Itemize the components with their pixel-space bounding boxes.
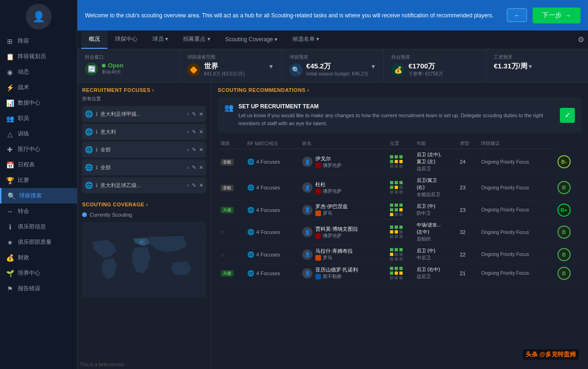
- focus-delete-1[interactable]: ✕: [199, 111, 203, 117]
- sidebar-item-label: 转会: [18, 207, 29, 215]
- cell-age: 24: [457, 149, 479, 175]
- cell-status: 兴趣: [218, 264, 244, 283]
- wage-dropdown[interactable]: ▼: [527, 63, 533, 70]
- pos-main2: (右): [417, 184, 454, 191]
- banner-text: Welcome to the club's scouting overview …: [85, 11, 501, 20]
- table-row[interactable]: 兴趣 🌐 4 Focuses 👤 亚历山德罗·扎诺利 那不勒斯: [218, 264, 581, 283]
- sidebar-item-data[interactable]: 📊 数据中心: [0, 95, 77, 111]
- player-name: 贾科莫·博纳文图拉: [315, 226, 358, 233]
- setup-desc: Let us know if you would like to make an…: [238, 112, 555, 127]
- player-club-name: 佛罗伦萨: [323, 233, 342, 239]
- focus-edit-2[interactable]: ✎: [192, 129, 196, 135]
- focus-delete-5[interactable]: ✕: [199, 182, 203, 188]
- sidebar-item-finance[interactable]: 💰 财政: [0, 250, 77, 265]
- setup-team-icon: 👥: [224, 103, 234, 112]
- sidebar-item-staff[interactable]: 👥 职员: [0, 111, 77, 126]
- sidebar-item-scouting[interactable]: 🔍 球探搜索: [0, 188, 77, 203]
- player-avatar: 👤: [302, 205, 313, 215]
- budget-value: €45.2万: [306, 62, 331, 71]
- focus-arrow-4[interactable]: ›: [187, 165, 189, 170]
- stat-sub-ss: €41.8万 (€3.5万/月): [204, 71, 274, 77]
- tab-overview[interactable]: 概况: [81, 30, 107, 49]
- next-label: 下一步: [542, 11, 562, 20]
- player-info: 杜杜 佛罗伦萨: [315, 181, 342, 195]
- cell-player[interactable]: 👤 亚历山德罗·扎诺利 那不勒斯: [299, 264, 387, 283]
- avatar-icon: 👤: [32, 11, 45, 23]
- tab-players[interactable]: 球员 ▾: [145, 30, 176, 49]
- cell-player[interactable]: 👤 杜杜 佛罗伦萨: [299, 175, 387, 201]
- focus-arrow-1[interactable]: ›: [187, 111, 189, 117]
- tab-scouting-coverage[interactable]: Scouting Coverage ▾: [218, 31, 285, 48]
- sidebar-item-club-info[interactable]: ℹ 俱乐部信息: [0, 219, 77, 234]
- player-avatar: 👤: [302, 249, 313, 260]
- sidebar: 👤 ⊞ 阵容 📋 阵容规划员 ◉ 动态 ⚡ 战术 📊 数据中心 👥 职员 △ 训…: [0, 0, 77, 369]
- focuses-globe-icon: 🌐: [247, 158, 254, 165]
- cell-player[interactable]: 👤 马拉什·库姆布拉 罗马: [299, 245, 387, 264]
- recommendations-table: 现状 RF MATCHES 姓名 位置 年龄 类型 球探建议 非欧 🌐 4 Fo…: [218, 138, 581, 283]
- type-text: Ongoing Priority Focus: [481, 271, 529, 276]
- focus-edit-3[interactable]: ✎: [192, 147, 196, 153]
- sidebar-item-medical[interactable]: ✚ 医疗中心: [0, 142, 77, 157]
- budget-dropdown[interactable]: ▼: [371, 63, 376, 70]
- focus-delete-3[interactable]: ✕: [199, 147, 203, 153]
- sidebar-item-label: 阵容规划员: [18, 53, 46, 60]
- sidebar-item-lineup[interactable]: ⊞ 阵容: [0, 33, 77, 49]
- settings-icon[interactable]: ⚙: [578, 35, 584, 44]
- sidebar-item-dynamics[interactable]: ◉ 动态: [0, 64, 77, 80]
- cell-player[interactable]: 👤 罗杰·伊巴涅兹 罗马: [299, 201, 387, 219]
- focuses-text: 4 Focuses: [256, 207, 280, 213]
- table-row[interactable]: 兴趣 🌐 4 Focuses 👤 罗杰·伊巴涅兹 罗马: [218, 201, 581, 219]
- sidebar-item-club-quality[interactable]: ★ 俱乐部部质量: [0, 234, 77, 250]
- focus-arrow-3[interactable]: ›: [187, 147, 189, 152]
- setup-confirm-button[interactable]: ✓: [560, 108, 575, 123]
- focuses-text: 4 Focuses: [256, 252, 280, 257]
- sidebar-item-label: 球探搜索: [19, 192, 42, 200]
- focus-delete-2[interactable]: ✕: [199, 129, 203, 135]
- table-row[interactable]: 非欧 🌐 4 Focuses 👤 杜杜 佛罗伦萨 后: [218, 175, 581, 201]
- focus-edit-4[interactable]: ✎: [192, 165, 196, 171]
- finance-icon: 💰: [6, 254, 14, 262]
- recommendations-header[interactable]: SCOUTING RECOMMENDATIONS ›: [218, 87, 581, 93]
- scout-rating: B: [557, 267, 571, 280]
- tab-scout-center[interactable]: 球探中心: [107, 30, 145, 49]
- cell-dots: [387, 149, 414, 175]
- focus-edit-1[interactable]: ✎: [192, 111, 196, 117]
- table-row[interactable]: ○ 🌐 4 Focuses 👤 马拉什·库姆布拉 罗马: [218, 245, 581, 264]
- tab-recruitment[interactable]: 招募重点 ▾: [176, 30, 217, 49]
- sidebar-item-schedule[interactable]: 📅 日程表: [0, 157, 77, 173]
- search-scope-dropdown[interactable]: ▼: [268, 63, 274, 70]
- sidebar-item-matches[interactable]: 🏆 比赛: [0, 173, 77, 188]
- cell-dots: [387, 175, 414, 201]
- focuses-text: 4 Focuses: [256, 185, 280, 190]
- sidebar-item-transfers[interactable]: ↔ 转会: [0, 203, 77, 219]
- sidebar-item-academy[interactable]: 🌱 培养中心: [0, 265, 77, 281]
- sidebar-item-label: 动态: [18, 68, 29, 76]
- stat-sub-tw: 剩余49天: [102, 69, 123, 75]
- sidebar-item-report[interactable]: ⚑ 报告错误: [0, 281, 77, 296]
- scout-rating: B: [557, 248, 571, 261]
- world-map-svg: [83, 227, 205, 293]
- cell-player[interactable]: 👤 伊戈尔 佛罗伦萨: [299, 149, 387, 175]
- focus-arrow-5[interactable]: ›: [187, 182, 189, 188]
- focus-item-1: 🌐 ℹ 意大利足球甲级... › ✎ ✕: [82, 106, 206, 122]
- stat-transfer-budget: 转会预算 💰 €1700万 下赛季: €2756万: [384, 49, 486, 82]
- planner-icon: 📋: [6, 53, 14, 60]
- focus-arrow-2[interactable]: ›: [187, 129, 189, 135]
- cell-dots: [387, 245, 414, 264]
- focus-delete-4[interactable]: ✕: [199, 165, 203, 171]
- sidebar-item-training[interactable]: △ 训练: [0, 126, 77, 142]
- sidebar-item-label: 阵容: [18, 37, 29, 45]
- recruitment-focuses-header[interactable]: RECRUITMENT FOCUSES ›: [82, 87, 206, 93]
- pos-sub: 全能边后卫: [417, 191, 454, 198]
- table-row[interactable]: ○ 🌐 4 Focuses 👤 贾科莫·博纳文图拉 佛罗伦萨: [218, 219, 581, 245]
- cell-player[interactable]: 👤 贾科莫·博纳文图拉 佛罗伦萨: [299, 219, 387, 245]
- focus-edit-5[interactable]: ✎: [192, 182, 196, 188]
- sidebar-item-tactics[interactable]: ⚡ 战术: [0, 80, 77, 95]
- table-row[interactable]: 非欧 🌐 4 Focuses 👤 伊戈尔 佛罗伦萨: [218, 149, 581, 175]
- sidebar-item-planner[interactable]: 📋 阵容规划员: [0, 49, 77, 64]
- banner-next-button[interactable]: 下一步 →: [533, 8, 580, 23]
- tab-shortlist[interactable]: 候选名单 ▾: [285, 30, 327, 49]
- medical-icon: ✚: [6, 146, 14, 153]
- banner-back-button[interactable]: ←: [507, 8, 527, 22]
- scouting-coverage-header[interactable]: SCOUTING COVERAGE ›: [82, 202, 206, 207]
